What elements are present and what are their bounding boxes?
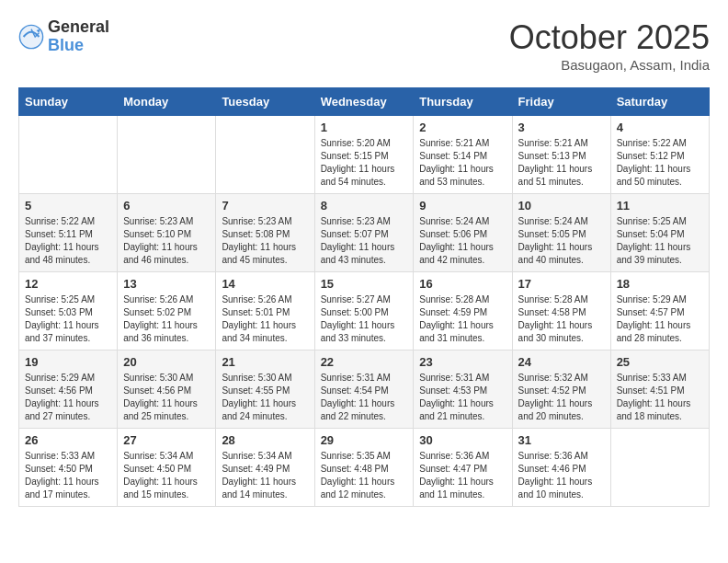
day-info: Sunrise: 5:23 AM Sunset: 5:07 PM Dayligh…: [321, 215, 408, 267]
calendar-cell: 20Sunrise: 5:30 AM Sunset: 4:56 PM Dayli…: [118, 350, 216, 429]
week-row-1: 1Sunrise: 5:20 AM Sunset: 5:15 PM Daylig…: [19, 116, 710, 194]
day-info: Sunrise: 5:31 AM Sunset: 4:54 PM Dayligh…: [321, 372, 408, 423]
day-number: 26: [25, 433, 111, 447]
day-info: Sunrise: 5:31 AM Sunset: 4:53 PM Dayligh…: [419, 372, 506, 423]
calendar-cell: 31Sunrise: 5:36 AM Sunset: 4:46 PM Dayli…: [512, 429, 610, 507]
day-info: Sunrise: 5:22 AM Sunset: 5:11 PM Dayligh…: [25, 215, 111, 267]
calendar-cell: 24Sunrise: 5:32 AM Sunset: 4:52 PM Dayli…: [512, 350, 610, 429]
day-info: Sunrise: 5:34 AM Sunset: 4:50 PM Dayligh…: [123, 450, 210, 501]
day-info: Sunrise: 5:23 AM Sunset: 5:10 PM Dayligh…: [123, 215, 210, 267]
location: Basugaon, Assam, India: [509, 57, 710, 73]
week-row-3: 12Sunrise: 5:25 AM Sunset: 5:03 PM Dayli…: [19, 272, 710, 350]
calendar-cell: 30Sunrise: 5:36 AM Sunset: 4:47 PM Dayli…: [414, 429, 512, 507]
calendar-cell: [19, 116, 118, 194]
day-info: Sunrise: 5:27 AM Sunset: 5:00 PM Dayligh…: [321, 293, 408, 345]
calendar-cell: 2Sunrise: 5:21 AM Sunset: 5:14 PM Daylig…: [414, 116, 512, 194]
calendar-cell: 25Sunrise: 5:33 AM Sunset: 4:51 PM Dayli…: [610, 350, 709, 429]
calendar-cell: 16Sunrise: 5:28 AM Sunset: 4:59 PM Dayli…: [414, 272, 512, 350]
calendar-cell: 23Sunrise: 5:31 AM Sunset: 4:53 PM Dayli…: [414, 350, 512, 429]
calendar-cell: 10Sunrise: 5:24 AM Sunset: 5:05 PM Dayli…: [512, 194, 610, 272]
day-number: 15: [321, 277, 408, 291]
calendar-cell: 29Sunrise: 5:35 AM Sunset: 4:48 PM Dayli…: [314, 429, 414, 507]
day-number: 4: [617, 121, 703, 134]
day-number: 12: [25, 277, 111, 291]
weekday-header-monday: Monday: [118, 88, 216, 116]
calendar-cell: 13Sunrise: 5:26 AM Sunset: 5:02 PM Dayli…: [118, 272, 216, 350]
day-info: Sunrise: 5:24 AM Sunset: 5:05 PM Dayligh…: [518, 215, 605, 267]
day-info: Sunrise: 5:36 AM Sunset: 4:47 PM Dayligh…: [419, 450, 506, 501]
calendar-cell: 26Sunrise: 5:33 AM Sunset: 4:50 PM Dayli…: [19, 429, 118, 507]
day-number: 2: [419, 121, 506, 134]
day-number: 3: [518, 121, 605, 134]
day-number: 11: [617, 199, 703, 213]
day-number: 30: [419, 433, 506, 447]
logo-icon: [18, 24, 44, 50]
day-number: 16: [419, 277, 506, 291]
calendar-cell: 28Sunrise: 5:34 AM Sunset: 4:49 PM Dayli…: [216, 429, 314, 507]
calendar-cell: 7Sunrise: 5:23 AM Sunset: 5:08 PM Daylig…: [216, 194, 314, 272]
week-row-5: 26Sunrise: 5:33 AM Sunset: 4:50 PM Dayli…: [19, 429, 710, 507]
weekday-header-saturday: Saturday: [610, 88, 709, 116]
day-info: Sunrise: 5:26 AM Sunset: 5:01 PM Dayligh…: [222, 293, 308, 345]
calendar-cell: 11Sunrise: 5:25 AM Sunset: 5:04 PM Dayli…: [610, 194, 709, 272]
calendar-cell: 15Sunrise: 5:27 AM Sunset: 5:00 PM Dayli…: [314, 272, 414, 350]
day-info: Sunrise: 5:28 AM Sunset: 4:59 PM Dayligh…: [419, 293, 506, 345]
day-number: 6: [123, 199, 210, 213]
day-info: Sunrise: 5:23 AM Sunset: 5:08 PM Dayligh…: [222, 215, 308, 267]
day-info: Sunrise: 5:25 AM Sunset: 5:03 PM Dayligh…: [25, 293, 111, 345]
day-info: Sunrise: 5:36 AM Sunset: 4:46 PM Dayligh…: [518, 450, 605, 501]
day-number: 20: [123, 355, 210, 369]
day-number: 28: [222, 433, 308, 447]
weekday-header-friday: Friday: [512, 88, 610, 116]
title-block: October 2025 Basugaon, Assam, India: [509, 18, 710, 73]
day-number: 21: [222, 355, 308, 369]
day-info: Sunrise: 5:21 AM Sunset: 5:13 PM Dayligh…: [518, 137, 605, 189]
day-number: 19: [25, 355, 111, 369]
day-number: 24: [518, 355, 605, 369]
calendar-cell: 5Sunrise: 5:22 AM Sunset: 5:11 PM Daylig…: [19, 194, 118, 272]
day-info: Sunrise: 5:25 AM Sunset: 5:04 PM Dayligh…: [617, 215, 703, 267]
weekday-header-row: SundayMondayTuesdayWednesdayThursdayFrid…: [19, 88, 710, 116]
calendar-cell: 6Sunrise: 5:23 AM Sunset: 5:10 PM Daylig…: [118, 194, 216, 272]
page-header: General Blue October 2025 Basugaon, Assa…: [18, 18, 710, 73]
calendar-cell: 22Sunrise: 5:31 AM Sunset: 4:54 PM Dayli…: [314, 350, 414, 429]
day-info: Sunrise: 5:28 AM Sunset: 4:58 PM Dayligh…: [518, 293, 605, 345]
day-info: Sunrise: 5:22 AM Sunset: 5:12 PM Dayligh…: [617, 137, 703, 189]
svg-point-0: [19, 25, 42, 48]
logo-text: General Blue: [48, 18, 109, 55]
day-info: Sunrise: 5:33 AM Sunset: 4:51 PM Dayligh…: [617, 372, 703, 423]
day-number: 17: [518, 277, 605, 291]
day-number: 27: [123, 433, 210, 447]
weekday-header-sunday: Sunday: [19, 88, 118, 116]
day-number: 29: [321, 433, 408, 447]
logo-general: General: [48, 18, 109, 37]
calendar-cell: [610, 429, 709, 507]
calendar-cell: 21Sunrise: 5:30 AM Sunset: 4:55 PM Dayli…: [216, 350, 314, 429]
day-info: Sunrise: 5:20 AM Sunset: 5:15 PM Dayligh…: [321, 137, 408, 189]
calendar-cell: 4Sunrise: 5:22 AM Sunset: 5:12 PM Daylig…: [610, 116, 709, 194]
day-info: Sunrise: 5:30 AM Sunset: 4:56 PM Dayligh…: [123, 372, 210, 423]
weekday-header-wednesday: Wednesday: [314, 88, 414, 116]
day-number: 14: [222, 277, 308, 291]
calendar-cell: 1Sunrise: 5:20 AM Sunset: 5:15 PM Daylig…: [314, 116, 414, 194]
calendar-cell: 18Sunrise: 5:29 AM Sunset: 4:57 PM Dayli…: [610, 272, 709, 350]
month-title: October 2025: [509, 18, 710, 57]
day-info: Sunrise: 5:29 AM Sunset: 4:57 PM Dayligh…: [617, 293, 703, 345]
day-number: 31: [518, 433, 605, 447]
logo: General Blue: [18, 18, 109, 55]
day-number: 25: [617, 355, 703, 369]
calendar-cell: 12Sunrise: 5:25 AM Sunset: 5:03 PM Dayli…: [19, 272, 118, 350]
logo-blue: Blue: [48, 37, 109, 55]
day-info: Sunrise: 5:26 AM Sunset: 5:02 PM Dayligh…: [123, 293, 210, 345]
day-info: Sunrise: 5:29 AM Sunset: 4:56 PM Dayligh…: [25, 372, 111, 423]
day-number: 7: [222, 199, 308, 213]
week-row-4: 19Sunrise: 5:29 AM Sunset: 4:56 PM Dayli…: [19, 350, 710, 429]
day-number: 10: [518, 199, 605, 213]
day-info: Sunrise: 5:21 AM Sunset: 5:14 PM Dayligh…: [419, 137, 506, 189]
day-info: Sunrise: 5:34 AM Sunset: 4:49 PM Dayligh…: [222, 450, 308, 501]
weekday-header-thursday: Thursday: [414, 88, 512, 116]
day-number: 1: [321, 121, 408, 134]
day-info: Sunrise: 5:30 AM Sunset: 4:55 PM Dayligh…: [222, 372, 308, 423]
day-info: Sunrise: 5:32 AM Sunset: 4:52 PM Dayligh…: [518, 372, 605, 423]
week-row-2: 5Sunrise: 5:22 AM Sunset: 5:11 PM Daylig…: [19, 194, 710, 272]
